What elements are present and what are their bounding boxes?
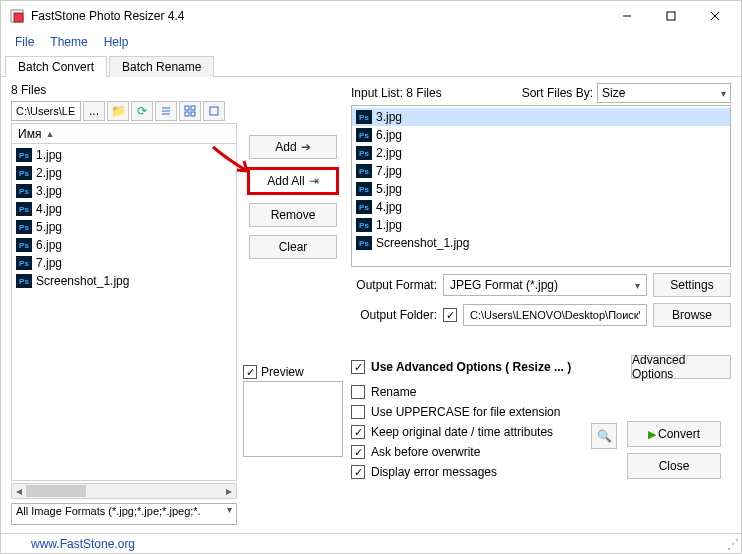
arrow-double-right-icon: ⇥ (309, 174, 319, 188)
maximize-button[interactable] (649, 2, 693, 30)
folder-path-input[interactable] (11, 101, 81, 121)
left-file-list[interactable]: Ps1.jpgPs2.jpgPs3.jpgPs4.jpgPs5.jpgPs6.j… (11, 143, 237, 481)
file-item[interactable]: Ps1.jpg (352, 216, 730, 234)
svg-rect-10 (191, 106, 195, 110)
settings-button[interactable]: Settings (653, 273, 731, 297)
file-item[interactable]: PsScreenshot_1.jpg (12, 272, 236, 290)
ps-icon: Ps (356, 182, 372, 196)
svg-rect-12 (191, 112, 195, 116)
play-icon: ▶ (648, 428, 656, 441)
refresh-button[interactable]: ⟳ (131, 101, 153, 121)
clear-button[interactable]: Clear (249, 235, 337, 259)
advanced-options-checkbox[interactable]: ✓ (351, 360, 365, 374)
menu-theme[interactable]: Theme (42, 33, 95, 51)
view-list-button[interactable] (155, 101, 177, 121)
preview-panel (243, 381, 343, 457)
output-format-label: Output Format: (351, 278, 437, 292)
file-item[interactable]: Ps6.jpg (352, 126, 730, 144)
file-item[interactable]: Ps2.jpg (12, 164, 236, 182)
output-folder-label: Output Folder: (351, 308, 437, 322)
ps-icon: Ps (16, 202, 32, 216)
scroll-right-icon[interactable]: ▸ (222, 484, 236, 498)
resize-grip[interactable]: ⋰ (727, 537, 739, 551)
svg-rect-11 (185, 112, 189, 116)
left-scrollbar[interactable]: ◂ ▸ (11, 483, 237, 499)
ps-icon: Ps (356, 200, 372, 214)
file-item[interactable]: Ps6.jpg (12, 236, 236, 254)
remove-button[interactable]: Remove (249, 203, 337, 227)
file-item[interactable]: Ps4.jpg (352, 198, 730, 216)
option-label: Ask before overwrite (371, 445, 480, 459)
refresh-icon: ⟳ (137, 104, 147, 118)
minimize-button[interactable] (605, 2, 649, 30)
view-icons-button[interactable] (179, 101, 201, 121)
file-item[interactable]: Ps7.jpg (352, 162, 730, 180)
file-item[interactable]: Ps5.jpg (12, 218, 236, 236)
option-checkbox[interactable]: ✓ (351, 425, 365, 439)
sort-asc-icon: ▲ (45, 129, 54, 139)
add-button[interactable]: Add ➔ (249, 135, 337, 159)
file-item[interactable]: Ps4.jpg (12, 200, 236, 218)
ps-icon: Ps (16, 256, 32, 270)
preview-magnify-button[interactable]: 🔍 (591, 423, 617, 449)
go-up-button[interactable]: 📁 (107, 101, 129, 121)
ps-icon: Ps (356, 218, 372, 232)
filelist-header-name[interactable]: Имя ▲ (11, 123, 237, 143)
ps-icon: Ps (356, 128, 372, 142)
output-format-select[interactable]: JPEG Format (*.jpg)▾ (443, 274, 647, 296)
svg-rect-3 (667, 12, 675, 20)
scroll-left-icon[interactable]: ◂ (12, 484, 26, 498)
browse-folder-button[interactable]: ... (83, 101, 105, 121)
app-icon (9, 8, 25, 24)
svg-rect-13 (210, 107, 218, 115)
tab-batch-rename[interactable]: Batch Rename (109, 56, 214, 77)
window-title: FastStone Photo Resizer 4.4 (31, 9, 605, 23)
close-button[interactable]: Close (627, 453, 721, 479)
menu-help[interactable]: Help (96, 33, 137, 51)
ps-icon: Ps (356, 164, 372, 178)
close-window-button[interactable] (693, 2, 737, 30)
ps-icon: Ps (16, 184, 32, 198)
file-filter-select[interactable]: All Image Formats (*.jpg;*.jpe;*.jpeg;*.… (11, 503, 237, 525)
ps-icon: Ps (16, 274, 32, 288)
view-thumbs-button[interactable] (203, 101, 225, 121)
ps-icon: Ps (16, 148, 32, 162)
file-item[interactable]: Ps7.jpg (12, 254, 236, 272)
output-folder-input[interactable] (463, 304, 647, 326)
file-item[interactable]: Ps2.jpg (352, 144, 730, 162)
input-list-label: Input List: 8 Files (351, 86, 442, 100)
option-label: Display error messages (371, 465, 497, 479)
option-label: Keep original date / time attributes (371, 425, 553, 439)
option-checkbox[interactable]: ✓ (351, 445, 365, 459)
file-item[interactable]: Ps3.jpg (352, 108, 730, 126)
convert-button[interactable]: ▶ Convert (627, 421, 721, 447)
option-checkbox[interactable] (351, 385, 365, 399)
file-item[interactable]: Ps3.jpg (12, 182, 236, 200)
file-item[interactable]: PsScreenshot_1.jpg (352, 234, 730, 252)
ps-icon: Ps (16, 166, 32, 180)
svg-rect-1 (14, 13, 23, 22)
preview-checkbox[interactable]: ✓ (243, 365, 257, 379)
input-file-list[interactable]: Ps3.jpgPs6.jpgPs2.jpgPs7.jpgPs5.jpgPs4.j… (351, 105, 731, 267)
ps-icon: Ps (356, 146, 372, 160)
menu-file[interactable]: File (7, 33, 42, 51)
sort-by-label: Sort Files By: (522, 86, 593, 100)
advanced-options-label: Use Advanced Options ( Resize ... ) (371, 360, 571, 374)
browse-button[interactable]: Browse (653, 303, 731, 327)
ps-icon: Ps (16, 238, 32, 252)
footer-link[interactable]: www.FastStone.org (31, 537, 135, 551)
output-folder-checkbox[interactable]: ✓ (443, 308, 457, 322)
option-checkbox[interactable] (351, 405, 365, 419)
sort-by-select[interactable]: Size▾ (597, 83, 731, 103)
option-label: Use UPPERCASE for file extension (371, 405, 560, 419)
file-item[interactable]: Ps5.jpg (352, 180, 730, 198)
advanced-options-button[interactable]: Advanced Options (631, 355, 731, 379)
preview-label: Preview (261, 365, 304, 379)
file-item[interactable]: Ps1.jpg (12, 146, 236, 164)
tab-batch-convert[interactable]: Batch Convert (5, 56, 107, 77)
option-checkbox[interactable]: ✓ (351, 465, 365, 479)
add-all-button[interactable]: Add All ⇥ (247, 167, 339, 195)
scroll-thumb[interactable] (26, 485, 86, 497)
ps-icon: Ps (356, 236, 372, 250)
folder-up-icon: 📁 (111, 104, 126, 118)
